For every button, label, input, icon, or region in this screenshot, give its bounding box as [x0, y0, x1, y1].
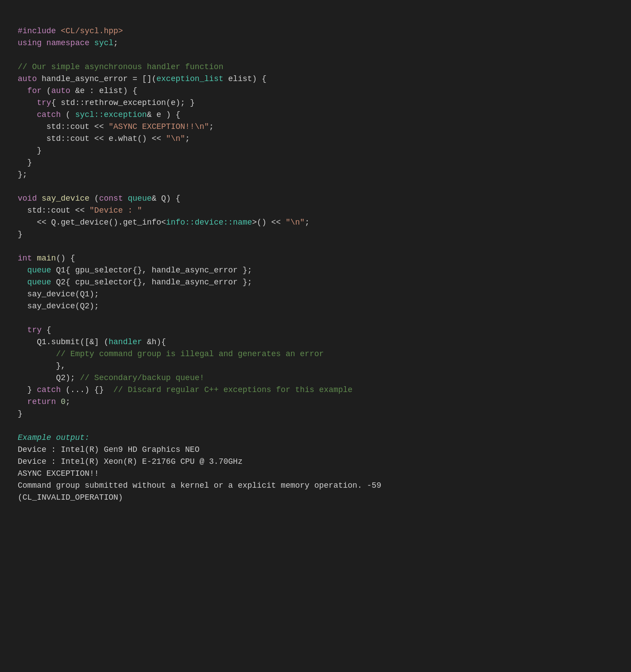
kw-using: using: [18, 39, 42, 47]
type-handler: handler: [108, 338, 142, 346]
type-info-device: info::device::name: [166, 218, 252, 227]
output-line-4: Command group submitted without a kernel…: [18, 481, 381, 490]
kw-catch-1: catch: [37, 110, 61, 119]
output-line-2: Device : Intel(R) Xeon(R) E-2176G CPU @ …: [18, 457, 243, 466]
code-display: #include <CL/sycl.hpp> using namespace s…: [18, 13, 613, 504]
kw-namespace: namespace: [46, 39, 89, 47]
func-main: main: [37, 254, 56, 263]
example-output-label: Example output:: [18, 433, 89, 442]
kw-try-2: try: [27, 326, 42, 334]
output-line-5: (CL_INVALID_OPERATION): [18, 493, 123, 502]
namespace-sycl: sycl: [94, 39, 113, 47]
str-device: "Device : ": [89, 206, 142, 215]
kw-for: for: [27, 86, 42, 95]
kw-const: const: [99, 194, 123, 203]
comment-secondary-queue: // Secondary/backup queue!: [80, 373, 204, 382]
type-exception-list: exception_list: [156, 74, 223, 83]
kw-try-1: try: [37, 98, 51, 107]
include-path: <CL/sycl.hpp>: [61, 27, 123, 35]
comment-empty-group: // Empty command group is illegal and ge…: [56, 350, 324, 358]
num-zero: 0: [61, 397, 66, 406]
kw-auto-2: auto: [51, 86, 70, 95]
output-line-3: ASYNC EXCEPTION!!: [18, 469, 99, 478]
kw-int: int: [18, 254, 32, 263]
str-newline-1: "\n": [166, 134, 185, 143]
type-sycl-exception: sycl::exception: [75, 110, 147, 119]
kw-catch-2: catch: [37, 385, 61, 394]
comment-1: // Our simple asynchronous handler funct…: [18, 62, 223, 71]
comment-discard: // Discard regular C++ exceptions for th…: [113, 385, 352, 394]
type-queue-1: queue: [27, 266, 51, 275]
func-say-device: say_device: [42, 194, 89, 203]
type-queue: queue: [128, 194, 152, 203]
type-queue-2: queue: [27, 278, 51, 287]
kw-auto: auto: [18, 74, 37, 83]
preprocessor-include: #include: [18, 27, 56, 35]
kw-void: void: [18, 194, 37, 203]
str-newline-2: "\n": [286, 218, 305, 227]
output-line-1: Device : Intel(R) Gen9 HD Graphics NEO: [18, 445, 199, 454]
str-async-exception: "ASYNC EXCEPTION!!\n": [108, 122, 209, 131]
kw-return: return: [27, 397, 56, 406]
